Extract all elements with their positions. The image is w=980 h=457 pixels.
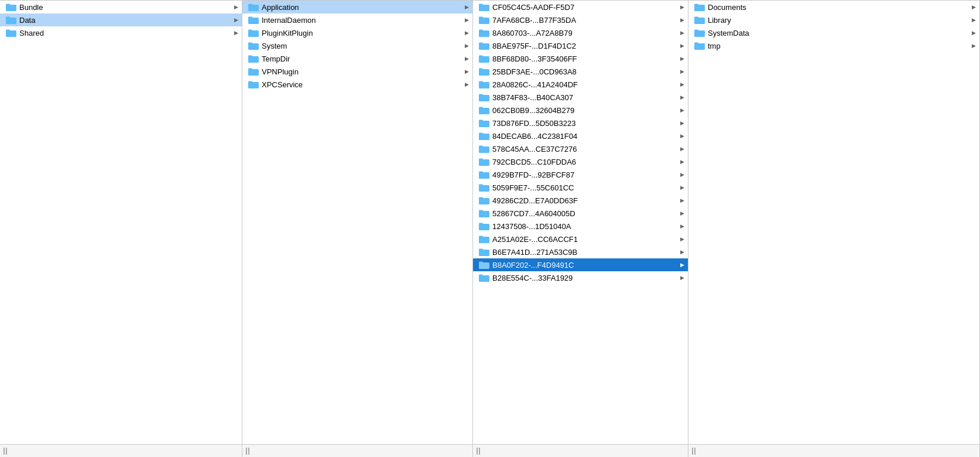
folder-item-uuid21[interactable]: B28E554C-...33FA1929 ▶ <box>473 271 688 284</box>
svg-rect-28 <box>479 56 489 63</box>
folder-label-data: Data <box>19 16 231 25</box>
folder-item-shared[interactable]: Shared ▶ <box>0 26 242 39</box>
svg-rect-22 <box>479 18 489 24</box>
svg-rect-49 <box>479 185 483 186</box>
svg-rect-41 <box>479 133 483 135</box>
folder-icon-data <box>6 16 16 24</box>
folder-icon-uuid15 <box>479 196 489 204</box>
svg-rect-30 <box>479 69 489 76</box>
resize-handle-1[interactable] <box>4 448 7 455</box>
resize-handle-3[interactable] <box>477 448 480 455</box>
folder-item-uuid-top[interactable]: CF05C4C5-AADF-F5D7 ▶ <box>473 1 688 13</box>
folder-item-uuid10[interactable]: 84DECAB6...4C2381F04 ▶ <box>473 129 688 142</box>
svg-rect-51 <box>479 197 483 199</box>
folder-item-data[interactable]: Data ▶ <box>0 13 242 26</box>
folder-label-uuid7: 38B74F83-...B40CA307 <box>492 93 677 102</box>
folder-item-uuid12[interactable]: 792CBCD5...C10FDDA6 ▶ <box>473 155 688 168</box>
chevron-application: ▶ <box>461 4 469 10</box>
folder-icon-uuid2 <box>479 29 489 37</box>
folder-item-systemdata[interactable]: SystemData ▶ <box>688 26 979 39</box>
svg-rect-45 <box>479 159 483 161</box>
folder-icon-uuid18 <box>479 235 489 243</box>
svg-rect-12 <box>248 43 259 50</box>
column-3-scroll[interactable]: CF05C4C5-AADF-F5D7 ▶ 7AFA68CB-...B77F35D… <box>473 1 688 444</box>
folder-item-tempdir[interactable]: TempDir ▶ <box>242 52 472 65</box>
folder-item-pluginkitplugin[interactable]: PluginKitPlugin ▶ <box>242 26 472 39</box>
folder-item-uuid1[interactable]: 7AFA68CB-...B77F35DA ▶ <box>473 13 688 26</box>
folder-item-uuid4[interactable]: 8BF68D80-...3F35406FF ▶ <box>473 52 688 65</box>
folder-label-uuid2: 8A860703-...A72A8B79 <box>492 29 677 37</box>
folder-item-uuid20[interactable]: B8A0F202-...F4D9491C ▶ <box>473 258 688 271</box>
svg-rect-18 <box>248 82 259 88</box>
resize-handle-4[interactable] <box>692 448 695 455</box>
svg-rect-64 <box>694 5 705 11</box>
svg-rect-43 <box>479 146 483 148</box>
svg-rect-34 <box>479 95 489 101</box>
folder-item-xpcservice[interactable]: XPCService ▶ <box>242 78 472 91</box>
folder-item-uuid17[interactable]: 12437508-...1D51040A ▶ <box>473 220 688 233</box>
folder-icon-uuid5 <box>479 67 489 76</box>
svg-rect-70 <box>694 43 705 50</box>
resize-handle-2[interactable] <box>246 448 249 455</box>
chevron-bundle: ▶ <box>231 4 238 10</box>
folder-item-uuid5[interactable]: 25BDF3AE-...0CD963A8 ▶ <box>473 65 688 78</box>
column-1-scroll[interactable]: Bundle ▶ Data ▶ Shared ▶ <box>0 1 242 444</box>
folder-item-uuid13[interactable]: 4929B7FD-...92BFCF87 ▶ <box>473 168 688 181</box>
column-2-scroll[interactable]: Application ▶ InternalDaemon ▶ PluginKit… <box>242 1 472 444</box>
svg-rect-47 <box>479 172 483 173</box>
folder-icon-library <box>694 16 705 24</box>
chevron-uuid18: ▶ <box>677 236 684 242</box>
finder-column-view: Bundle ▶ Data ▶ Shared ▶ <box>0 0 980 457</box>
folder-label-uuid1: 7AFA68CB-...B77F35DA <box>492 16 677 25</box>
folder-item-library[interactable]: Library ▶ <box>688 13 979 26</box>
folder-item-uuid11[interactable]: 578C45AA...CE37C7276 ▶ <box>473 142 688 155</box>
svg-rect-8 <box>248 18 259 24</box>
folder-item-bundle[interactable]: Bundle ▶ <box>0 1 242 13</box>
svg-rect-42 <box>479 146 489 153</box>
svg-rect-39 <box>479 120 483 122</box>
folder-item-uuid15[interactable]: 49286C2D...E7A0DD63F ▶ <box>473 194 688 207</box>
svg-rect-9 <box>248 17 252 19</box>
column-4-scroll[interactable]: Documents ▶ Library ▶ SystemData ▶ <box>688 1 979 444</box>
folder-item-uuid2[interactable]: 8A860703-...A72A8B79 ▶ <box>473 26 688 39</box>
folder-item-uuid6[interactable]: 28A0826C-...41A2404DF ▶ <box>473 78 688 91</box>
folder-item-vpnplugin[interactable]: VPNPlugin ▶ <box>242 65 472 78</box>
folder-item-application[interactable]: Application ▶ <box>242 1 472 13</box>
folder-icon-uuid8 <box>479 106 489 114</box>
folder-item-uuid3[interactable]: 8BAE975F-...D1F4D1C2 ▶ <box>473 39 688 52</box>
chevron-uuid7: ▶ <box>677 94 684 100</box>
folder-label-uuid14: 5059F9E7-...55C601CC <box>492 183 677 192</box>
folder-item-uuid7[interactable]: 38B74F83-...B40CA307 ▶ <box>473 91 688 104</box>
folder-icon-system <box>248 42 259 50</box>
folder-icon-internaldaemon <box>248 16 259 24</box>
folder-item-uuid14[interactable]: 5059F9E7-...55C601CC ▶ <box>473 181 688 194</box>
folder-icon-uuid-top <box>479 3 489 11</box>
column-2: Application ▶ InternalDaemon ▶ PluginKit… <box>242 1 473 457</box>
svg-rect-2 <box>6 18 16 24</box>
folder-item-documents[interactable]: Documents ▶ <box>688 1 979 13</box>
folder-item-uuid16[interactable]: 52867CD7...4A604005D ▶ <box>473 207 688 220</box>
svg-rect-36 <box>479 108 489 114</box>
folder-item-uuid8[interactable]: 062CB0B9...32604B279 ▶ <box>473 104 688 117</box>
folder-item-uuid18[interactable]: A251A02E-...CC6ACCF1 ▶ <box>473 233 688 245</box>
chevron-vpnplugin: ▶ <box>461 69 469 74</box>
svg-rect-13 <box>248 43 252 45</box>
svg-rect-24 <box>479 30 489 37</box>
folder-item-uuid9[interactable]: 73D876FD...5D50B3223 ▶ <box>473 117 688 129</box>
column-4: Documents ▶ Library ▶ SystemData ▶ <box>688 1 980 457</box>
folder-icon-bundle <box>6 3 16 11</box>
chevron-uuid11: ▶ <box>677 146 684 152</box>
folder-label-shared: Shared <box>19 29 231 37</box>
svg-rect-20 <box>479 5 489 11</box>
folder-item-tmp[interactable]: tmp ▶ <box>688 39 979 52</box>
svg-rect-57 <box>479 236 483 238</box>
folder-icon-shared <box>6 29 16 37</box>
folder-item-uuid19[interactable]: B6E7A41D...271A53C9B ▶ <box>473 245 688 258</box>
folder-item-internaldaemon[interactable]: InternalDaemon ▶ <box>242 13 472 26</box>
svg-rect-4 <box>6 30 16 37</box>
folder-label-uuid4: 8BF68D80-...3F35406FF <box>492 54 677 63</box>
folder-label-documents: Documents <box>708 3 968 12</box>
chevron-library: ▶ <box>968 17 976 23</box>
folder-item-system[interactable]: System ▶ <box>242 39 472 52</box>
svg-rect-31 <box>479 69 483 70</box>
